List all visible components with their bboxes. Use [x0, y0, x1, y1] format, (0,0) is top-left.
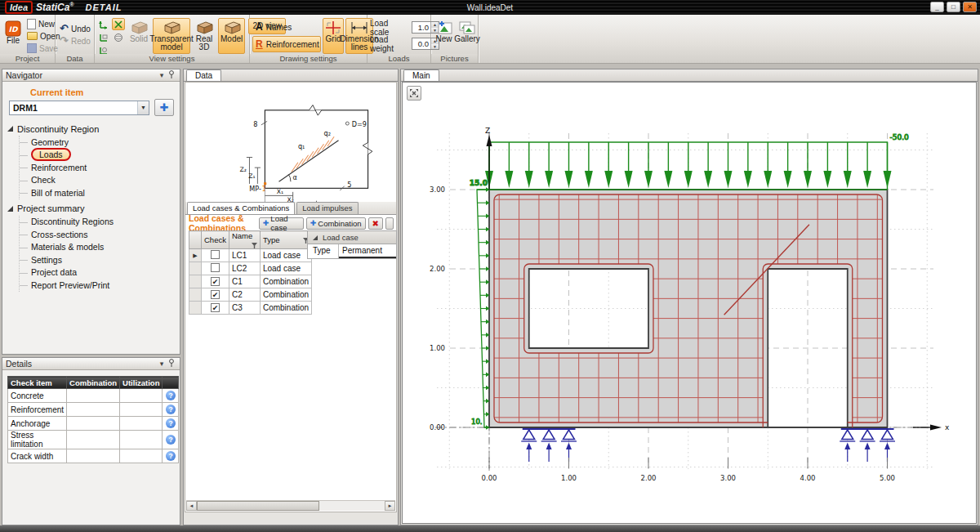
ribbon: ID File New Open Save Project ↶Undo ↷Red… — [0, 15, 980, 64]
reinforcement-toggle[interactable]: RReinforcement — [252, 36, 321, 52]
maximize-button[interactable]: □ — [947, 2, 960, 12]
delete-button[interactable]: ✖ — [368, 217, 383, 230]
tab-data[interactable]: Data — [186, 69, 221, 81]
tree-item-materials-models[interactable]: Materials & models — [20, 241, 176, 254]
load-case-row-lc1[interactable]: ▶LC1Load case — [189, 249, 312, 262]
properties-group-header[interactable]: Load case — [308, 231, 396, 244]
name-cell[interactable]: C1 — [229, 275, 260, 288]
zoom-all-button[interactable] — [112, 18, 125, 30]
add-combination-button[interactable]: ✚Combination — [306, 217, 366, 230]
tree-item-geometry[interactable]: Geometry — [20, 136, 176, 149]
solid-button[interactable]: Solid — [127, 18, 151, 54]
tree-item-report-preview-print[interactable]: Report Preview/Print — [20, 279, 176, 292]
supports — [521, 429, 895, 462]
scrollbar-thumb[interactable] — [197, 501, 319, 511]
pin-icon[interactable] — [167, 70, 176, 80]
help-icon[interactable]: ? — [166, 418, 176, 428]
expander-icon[interactable] — [7, 206, 13, 212]
svg-text:10.: 10. — [471, 418, 483, 426]
current-item-combobox[interactable]: DRM1 ▼ — [9, 101, 149, 115]
gallery-icon — [459, 20, 475, 35]
view-axis-xy-button[interactable] — [97, 31, 110, 43]
tree-item-discontinuity-regions[interactable]: Discontinuity Regions — [20, 216, 176, 229]
tree-item-loads[interactable]: Loads — [20, 149, 176, 162]
tree-item-bill-of-material[interactable]: Bill of material — [20, 186, 176, 199]
filter-icon[interactable] — [252, 243, 257, 248]
tree-section-project-summary[interactable]: Project summary — [7, 202, 176, 216]
minimize-button[interactable]: _ — [930, 2, 944, 12]
col-name: Name — [229, 231, 260, 249]
scroll-left-icon[interactable]: ◄ — [186, 501, 197, 511]
tree-item-check[interactable]: Check — [20, 174, 176, 187]
picture-gallery-button[interactable]: Gallery — [456, 18, 479, 54]
tab-load-impulses[interactable]: Load impulses — [296, 202, 358, 214]
panel-menu-icon[interactable]: ▾ — [157, 71, 167, 79]
picture-new-button[interactable]: New — [434, 18, 454, 54]
type-cell[interactable]: Load case — [260, 249, 311, 262]
type-cell[interactable]: Combination — [260, 288, 311, 302]
view-axis-xz-button[interactable] — [97, 18, 110, 30]
file-button[interactable]: ID File — [2, 18, 24, 54]
dimension-icon — [350, 20, 369, 35]
add-item-button[interactable]: ✚ — [154, 99, 174, 116]
redo-button[interactable]: ↷Redo — [58, 35, 92, 47]
ribbon-group-label: Data — [56, 54, 94, 63]
name-cell[interactable]: LC1 — [229, 249, 260, 262]
svg-text:-50.0: -50.0 — [890, 133, 910, 141]
type-cell[interactable]: Load case — [260, 262, 311, 275]
tree-item-settings[interactable]: Settings — [20, 253, 176, 266]
add-load-case-button[interactable]: ✚Load case — [259, 217, 304, 230]
main-drawing-canvas[interactable]: -50.015.010.Zx0.001.002.003.004.005.000.… — [402, 82, 977, 524]
help-icon[interactable]: ? — [166, 451, 176, 461]
row-selector[interactable] — [189, 275, 202, 288]
plus-icon: ✚ — [263, 219, 270, 227]
horizontal-scrollbar[interactable]: ◄ ► — [186, 500, 395, 511]
model-button[interactable]: Model — [218, 18, 245, 54]
type-value-dropdown[interactable]: Permanent — [339, 244, 396, 258]
real-3d-button[interactable]: Real 3D — [192, 18, 216, 54]
check-checkbox[interactable]: ✔ — [211, 277, 220, 286]
expander-icon[interactable] — [7, 126, 13, 132]
check-checkbox[interactable]: ✔ — [211, 303, 220, 312]
check-checkbox[interactable]: ✔ — [211, 290, 220, 299]
close-button[interactable]: ✕ — [963, 2, 977, 12]
row-selector[interactable] — [189, 302, 202, 315]
load-case-row-lc2[interactable]: LC2Load case — [189, 262, 312, 275]
load-case-row-c1[interactable]: ✔C1Combination — [189, 275, 312, 288]
row-selector[interactable]: ▶ — [189, 249, 202, 262]
row-selector[interactable] — [189, 288, 202, 302]
tab-load-cases-combinations[interactable]: Load cases & Combinations — [187, 202, 295, 214]
load-case-row-c2[interactable]: ✔C2Combination — [189, 288, 312, 302]
name-cell[interactable]: LC2 — [229, 262, 260, 275]
tab-main[interactable]: Main — [403, 69, 439, 81]
zoom-fit-button[interactable] — [407, 86, 421, 101]
help-icon[interactable]: ? — [166, 391, 176, 400]
transparent-model-button[interactable]: Transparent model — [153, 18, 190, 54]
tree-item-project-data[interactable]: Project data — [20, 266, 176, 279]
tree-item-cross-sections[interactable]: Cross-sections — [20, 228, 176, 241]
help-icon[interactable]: ? — [166, 405, 176, 414]
load-case-row-c3[interactable]: ✔C3Combination — [189, 302, 312, 315]
grid-icon — [325, 20, 341, 35]
schematic-label-x1: X₁ — [277, 188, 283, 195]
scroll-right-icon[interactable]: ► — [385, 501, 395, 511]
tree-section-discontinuity-region[interactable]: Discontinuity Region — [7, 122, 176, 136]
name-cell[interactable]: C2 — [229, 288, 260, 302]
names-icon: A — [256, 21, 263, 33]
undo-button[interactable]: ↶Undo — [58, 23, 92, 34]
panel-menu-icon[interactable]: ▾ — [157, 360, 167, 368]
combobox-dropdown-icon[interactable]: ▼ — [137, 101, 149, 114]
help-icon[interactable]: ? — [166, 435, 176, 445]
orbit-button[interactable] — [112, 31, 125, 43]
name-cell[interactable]: C3 — [229, 302, 260, 315]
tree-item-reinforcement[interactable]: Reinforcement — [20, 161, 176, 174]
pin-icon[interactable] — [167, 359, 176, 369]
details-header: Details ▾ — [2, 358, 180, 370]
row-selector[interactable] — [189, 262, 202, 275]
type-cell[interactable]: Combination — [260, 302, 311, 315]
names-toggle[interactable]: ANames — [252, 19, 321, 35]
type-cell[interactable]: Combination — [260, 275, 311, 288]
more-button[interactable] — [385, 217, 394, 230]
check-checkbox[interactable] — [211, 250, 220, 259]
check-checkbox[interactable] — [211, 263, 220, 272]
